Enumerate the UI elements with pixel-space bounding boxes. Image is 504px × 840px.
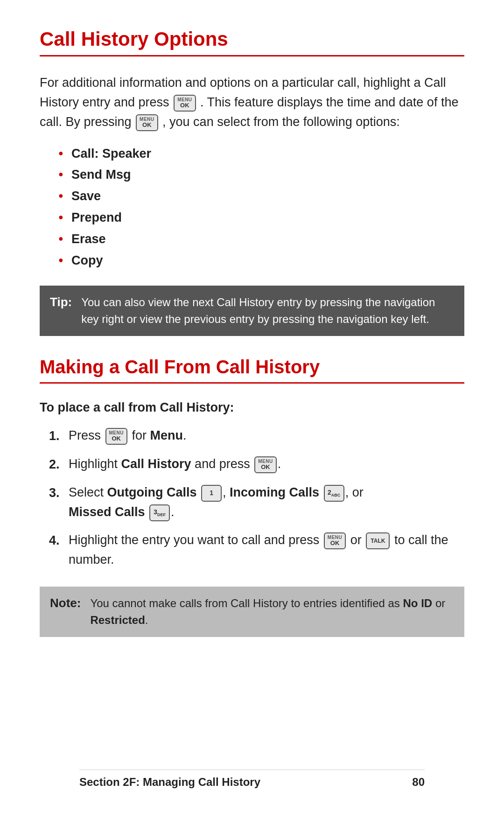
key-1-icon: 1 [201,485,222,502]
section-call-history-options: Call History Options For additional info… [40,28,464,336]
tip-text: You can also view the next Call History … [81,294,454,328]
talk-key-icon: TALK [366,532,390,549]
page-footer: Section 2F: Managing Call History 80 [79,770,425,789]
note-label: Note: [50,596,81,610]
step-2: 2. Highlight Call History and press MENU… [49,455,464,475]
bullet-erase: Erase [58,229,464,250]
procedure-heading: To place a call from Call History: [40,400,464,415]
tip-label: Tip: [50,295,72,309]
section-making-call: Making a Call From Call History To place… [40,357,464,637]
section2-title: Making a Call From Call History [40,357,464,378]
footer-page-number: 80 [412,776,425,789]
step3-num: 3. [49,483,63,503]
bullet-copy: Copy [58,250,464,272]
step4-num: 4. [49,531,63,551]
steps-list: 1. Press MENU OK for Menu. 2. Highlight … [49,426,464,570]
section1-divider [40,55,464,56]
note-box: Note: You cannot make calls from Call Hi… [40,587,464,637]
menu-ok-key-step1: MENU OK [105,428,127,445]
step4-text: Highlight the entry you want to call and… [69,531,464,570]
step-1: 1. Press MENU OK for Menu. [49,426,464,446]
section1-title: Call History Options [40,28,464,50]
key-2abc-icon: 2ABC [324,485,344,502]
section2-divider [40,382,464,384]
footer-section-label: Section 2F: Managing Call History [79,776,260,789]
page-wrapper: Call History Options For additional info… [40,28,464,812]
key-3def-icon: 3DEF [149,504,170,521]
step2-num: 2. [49,455,63,475]
bullet-prepend: Prepend [58,207,464,229]
step2-text: Highlight Call History and press MENU OK… [69,455,464,474]
step3-text: Select Outgoing Calls 1 , Incoming Calls… [69,483,464,522]
note-text: You cannot make calls from Call History … [90,595,454,629]
menu-ok-key-step4: MENU OK [324,532,346,549]
options-bullet-list: Call: Speaker Send Msg Save Prepend Eras… [58,143,464,272]
intro-text3: , you can select from the following opti… [162,115,400,129]
section1-intro-paragraph: For additional information and options o… [40,73,464,132]
step-3: 3. Select Outgoing Calls 1 , Incoming Ca… [49,483,464,522]
bullet-send-msg: Send Msg [58,164,464,186]
step-4: 4. Highlight the entry you want to call … [49,531,464,570]
menu-ok-key-icon2: MENU OK [136,114,158,131]
bullet-save: Save [58,186,464,207]
menu-ok-key-step2: MENU OK [254,456,276,473]
step1-text: Press MENU OK for Menu. [69,426,464,446]
bullet-call-speaker: Call: Speaker [58,143,464,165]
menu-ok-key-icon1: MENU OK [174,95,196,112]
tip-box: Tip: You can also view the next Call His… [40,286,464,336]
step1-num: 1. [49,426,63,446]
